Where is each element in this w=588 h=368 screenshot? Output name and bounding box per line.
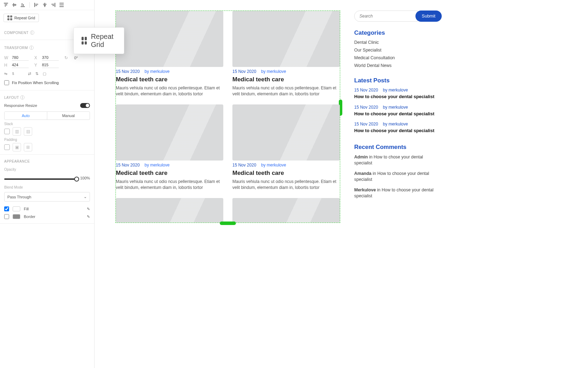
post-excerpt: Mauris vehiula nunc ut odio ncus pellent… — [232, 179, 340, 191]
blog-sidebar: Submit Categories Dental Clinic Our Spec… — [354, 11, 442, 223]
grid-icon — [7, 15, 12, 20]
svg-rect-4 — [13, 3, 14, 7]
svg-rect-8 — [23, 4, 24, 6]
height-input[interactable] — [12, 62, 29, 68]
category-item[interactable]: Dental Clinic — [354, 40, 442, 45]
flip-v2-icon[interactable]: ⇅ — [35, 71, 38, 76]
border-label: Border — [24, 214, 35, 219]
align-right-icon[interactable] — [51, 2, 56, 7]
x-input[interactable] — [42, 55, 59, 61]
svg-rect-10 — [35, 4, 38, 5]
repeat-grid-button[interactable]: Repeat Grid — [4, 14, 39, 22]
design-canvas[interactable]: 15 Nov 2020by merkulove Medical teeth ca… — [94, 0, 588, 368]
padding-checkbox[interactable] — [4, 144, 10, 150]
w-label: W — [4, 55, 8, 60]
latest-post[interactable]: 15 Nov 2020by merkulove How to choose yo… — [354, 105, 442, 117]
flip-v-icon[interactable]: ⥮ — [12, 71, 15, 76]
latest-post[interactable]: 15 Nov 2020by merkulove How to choose yo… — [354, 122, 442, 134]
svg-rect-6 — [21, 6, 25, 7]
category-item[interactable]: Our Specialist — [354, 48, 442, 53]
align-bottom-icon[interactable] — [20, 2, 25, 7]
svg-rect-2 — [6, 4, 7, 6]
x-label: X — [34, 55, 38, 60]
align-vmiddle-icon[interactable] — [12, 2, 17, 7]
recent-comment[interactable]: Admin in How to chose your dental specia… — [354, 154, 442, 166]
post-thumbnail — [232, 104, 340, 161]
post-card[interactable]: 15 Nov 2020by merkulove Medical teeth ca… — [116, 104, 223, 191]
resize-mode-segmented[interactable]: Auto Manual — [4, 111, 90, 120]
align-top-icon[interactable] — [4, 2, 8, 7]
latest-post[interactable]: 15 Nov 2020by merkulove How to choose yo… — [354, 88, 442, 100]
info-icon[interactable]: i — [30, 30, 34, 35]
artboard: 15 Nov 2020by merkulove Medical teeth ca… — [115, 11, 574, 223]
seg-manual[interactable]: Manual — [47, 112, 90, 120]
svg-rect-3 — [12, 5, 16, 5]
svg-rect-7 — [22, 3, 22, 6]
category-item[interactable]: Medical Consultation — [354, 55, 442, 60]
svg-rect-13 — [43, 4, 47, 5]
category-item[interactable]: World Dental News — [354, 63, 442, 68]
blend-mode-select[interactable]: Pass Through ⌄ — [4, 192, 90, 202]
align-left-icon[interactable] — [34, 2, 39, 7]
post-card[interactable]: 15 Nov 2020by merkulove Medical teeth ca… — [232, 11, 340, 97]
rotate-value[interactable]: 0° — [74, 56, 85, 60]
svg-rect-12 — [44, 3, 45, 7]
box-icon[interactable]: ▢ — [43, 71, 46, 76]
search-input[interactable] — [354, 11, 418, 22]
submit-button[interactable]: Submit — [415, 11, 442, 22]
svg-rect-18 — [59, 3, 64, 4]
border-swatch[interactable] — [13, 214, 20, 219]
property-inspector: Repeat Grid COMPONENT i TRANSFORM i ◩ W … — [0, 0, 94, 368]
stack-horizontal-icon[interactable]: ▤ — [24, 127, 32, 136]
post-card-peek[interactable] — [232, 198, 340, 223]
padding-uniform-icon[interactable]: ▣ — [13, 143, 21, 151]
y-input[interactable] — [42, 62, 59, 68]
eyedropper-icon[interactable]: ✎ — [87, 207, 90, 211]
stack-vertical-icon[interactable]: ▥ — [13, 127, 21, 136]
stack-checkbox[interactable] — [4, 129, 10, 134]
recent-comment[interactable]: Amanda in How to choose your dental spec… — [354, 171, 442, 183]
blend-label: Blend Mode — [4, 183, 90, 191]
post-thumbnail — [116, 104, 223, 161]
align-hcenter-icon[interactable] — [42, 2, 47, 7]
width-input[interactable] — [12, 55, 29, 61]
post-excerpt: Mauris vehiula nunc ut odio ncus pellent… — [232, 85, 340, 97]
eyedropper-icon[interactable]: ✎ — [87, 214, 90, 219]
flip-h2-icon[interactable]: ⇄ — [28, 71, 31, 76]
info-icon[interactable]: i — [20, 95, 24, 100]
recent-comment[interactable]: Merkulove in How to choose your dental s… — [354, 187, 442, 199]
post-thumbnail — [232, 198, 340, 223]
post-excerpt: Mauris vehiula nunc ut odio ncus pellent… — [116, 179, 223, 191]
padding-sides-icon[interactable]: ⊞ — [24, 143, 32, 151]
fill-checkbox[interactable] — [4, 206, 9, 211]
post-title: Medical teeth care — [116, 170, 223, 177]
repeat-grid-selection[interactable]: 15 Nov 2020by merkulove Medical teeth ca… — [115, 11, 340, 223]
info-icon[interactable]: i — [29, 46, 34, 50]
distribute-icon[interactable] — [59, 2, 64, 7]
seg-auto[interactable]: Auto — [5, 112, 47, 120]
svg-rect-11 — [35, 5, 37, 6]
svg-rect-0 — [4, 3, 8, 4]
rotate-icon[interactable]: ↻ — [64, 55, 71, 60]
svg-rect-9 — [34, 3, 35, 7]
responsive-resize-toggle[interactable] — [80, 103, 90, 108]
flip-h-icon[interactable]: ⇋ — [4, 71, 7, 76]
post-byline: by merkulove — [145, 163, 169, 168]
fill-swatch[interactable] — [13, 206, 20, 211]
categories-title: Categories — [354, 29, 442, 36]
fix-position-checkbox[interactable]: Fix Position When Scrolling — [4, 78, 90, 87]
post-card-peek[interactable] — [116, 198, 223, 223]
svg-rect-17 — [52, 5, 54, 6]
svg-rect-20 — [59, 6, 64, 7]
fill-label: Fill — [24, 207, 29, 211]
post-byline: by merkulove — [261, 163, 286, 168]
border-checkbox[interactable] — [4, 214, 9, 219]
opacity-label: Opacity — [4, 165, 90, 173]
post-date: 15 Nov 2020 — [116, 163, 140, 168]
post-title: Medical teeth care — [116, 76, 223, 83]
post-date: 15 Nov 2020 — [232, 163, 256, 168]
post-title: Medical teeth care — [232, 76, 340, 83]
post-card[interactable]: 15 Nov 2020by merkulove Medical teeth ca… — [116, 11, 223, 97]
post-card[interactable]: 15 Nov 2020by merkulove Medical teeth ca… — [232, 104, 340, 191]
opacity-slider[interactable]: 100% — [4, 178, 77, 180]
